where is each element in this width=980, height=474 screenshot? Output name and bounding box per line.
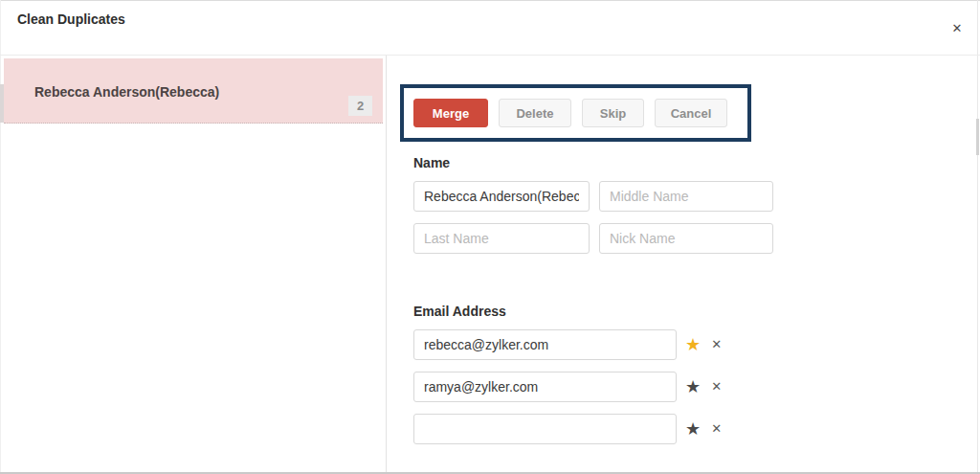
email-input[interactable]	[413, 414, 677, 444]
duplicate-list-item[interactable]: Rebecca Anderson(Rebecca) 2	[4, 58, 383, 124]
right-scrollbar-thumb[interactable]	[976, 119, 979, 155]
primary-email-star-icon[interactable]: ★	[685, 329, 701, 360]
middle-name-input[interactable]	[599, 181, 773, 212]
email-row: ★ ✕	[413, 372, 722, 402]
clean-duplicates-dialog: Clean Duplicates ✕ Rebecca Anderson(Rebe…	[0, 0, 980, 474]
close-icon[interactable]: ✕	[946, 17, 969, 40]
skip-button[interactable]: Skip	[582, 99, 644, 127]
remove-email-icon[interactable]: ✕	[711, 414, 722, 444]
panel-divider	[386, 56, 387, 472]
left-scrollbar-thumb[interactable]	[0, 84, 4, 123]
duplicate-record-name: Rebecca Anderson(Rebecca)	[34, 84, 219, 100]
duplicate-count-badge: 2	[348, 96, 372, 116]
cancel-button[interactable]: Cancel	[655, 99, 727, 127]
remove-email-icon[interactable]: ✕	[711, 329, 722, 360]
email-input[interactable]	[413, 372, 677, 402]
email-row: ★ ✕	[413, 414, 722, 444]
dialog-left-border	[0, 0, 1, 472]
last-name-input[interactable]	[413, 223, 590, 254]
action-buttons-highlight: Merge Delete Skip Cancel	[400, 84, 751, 142]
dialog-top-border	[0, 0, 980, 1]
page-title: Clean Duplicates	[17, 11, 125, 27]
dialog-right-border	[977, 0, 978, 472]
header-divider	[0, 55, 980, 56]
email-input[interactable]	[413, 329, 677, 360]
remove-email-icon[interactable]: ✕	[711, 372, 722, 402]
nick-name-input[interactable]	[599, 223, 773, 254]
primary-email-star-icon[interactable]: ★	[685, 414, 701, 444]
email-row: ★ ✕	[413, 329, 722, 360]
email-section-label: Email Address	[413, 304, 506, 319]
name-section-label: Name	[413, 155, 450, 170]
first-name-input[interactable]	[413, 181, 590, 212]
merge-button[interactable]: Merge	[413, 99, 488, 127]
delete-button[interactable]: Delete	[499, 99, 571, 127]
primary-email-star-icon[interactable]: ★	[685, 372, 701, 402]
